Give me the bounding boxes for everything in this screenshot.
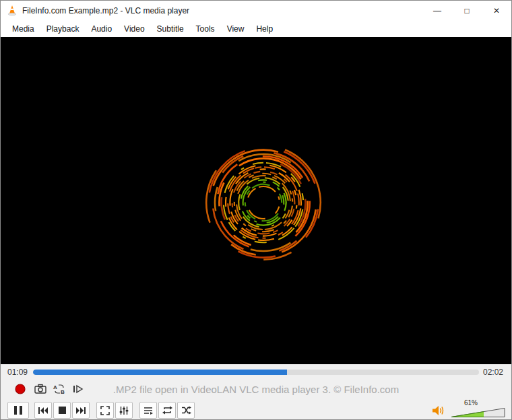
- volume-percent: 61%: [464, 399, 478, 407]
- fullscreen-icon: [100, 406, 110, 415]
- title-bar[interactable]: FileInfo.com Example.mp2 - VLC media pla…: [1, 1, 511, 21]
- loop-icon: [162, 406, 172, 415]
- advanced-controls-row: A B .MP2 file open in VideoLAN VLC media…: [1, 380, 511, 400]
- stop-button[interactable]: [53, 402, 71, 419]
- playlist-button[interactable]: [139, 402, 157, 419]
- speaker-icon[interactable]: [432, 405, 445, 416]
- minimize-button[interactable]: —: [422, 1, 452, 21]
- menu-view[interactable]: View: [221, 22, 251, 36]
- menu-bar: Media Playback Audio Video Subtitle Tool…: [1, 21, 511, 37]
- window-title: FileInfo.com Example.mp2 - VLC media pla…: [22, 6, 189, 15]
- fullscreen-button[interactable]: [96, 402, 114, 419]
- seek-progress: [33, 370, 287, 375]
- menu-media[interactable]: Media: [6, 22, 40, 36]
- equalizer-icon: [119, 406, 129, 415]
- window-controls: — □ ✕: [422, 1, 511, 21]
- menu-subtitle[interactable]: Subtitle: [151, 22, 190, 36]
- maximize-button[interactable]: □: [452, 1, 482, 21]
- extended-settings-button[interactable]: [115, 402, 133, 419]
- previous-button[interactable]: [34, 402, 52, 419]
- menu-playback[interactable]: Playback: [40, 22, 86, 36]
- control-panel: 01:09 02:02 A: [1, 364, 511, 419]
- seek-bar[interactable]: [33, 370, 479, 375]
- pause-icon: [13, 405, 23, 415]
- vlc-window: FileInfo.com Example.mp2 - VLC media pla…: [0, 0, 512, 420]
- menu-help[interactable]: Help: [250, 22, 279, 36]
- vlc-cone-icon: [6, 5, 18, 17]
- shuffle-icon: [181, 406, 191, 415]
- close-button[interactable]: ✕: [482, 1, 511, 21]
- menu-audio[interactable]: Audio: [85, 22, 118, 36]
- transport-controls-row: 61%: [1, 401, 511, 420]
- previous-icon: [38, 407, 49, 415]
- menu-video[interactable]: Video: [118, 22, 150, 36]
- playlist-icon: [143, 407, 153, 415]
- video-area[interactable]: [1, 37, 512, 364]
- loop-button[interactable]: [158, 402, 176, 419]
- random-button[interactable]: [177, 402, 195, 419]
- seek-row: 01:09 02:02: [1, 366, 511, 378]
- volume-slider[interactable]: [451, 407, 506, 418]
- elapsed-time: 01:09: [7, 368, 28, 377]
- menu-tools[interactable]: Tools: [190, 22, 221, 36]
- next-icon: [75, 407, 86, 415]
- audio-visualization: [1, 37, 512, 364]
- volume-area: 61%: [432, 401, 507, 420]
- status-message: .MP2 file open in VideoLAN VLC media pla…: [1, 384, 511, 395]
- pause-button[interactable]: [7, 402, 29, 419]
- total-time: 02:02: [483, 368, 503, 377]
- stop-icon: [59, 407, 66, 414]
- next-button[interactable]: [72, 402, 90, 419]
